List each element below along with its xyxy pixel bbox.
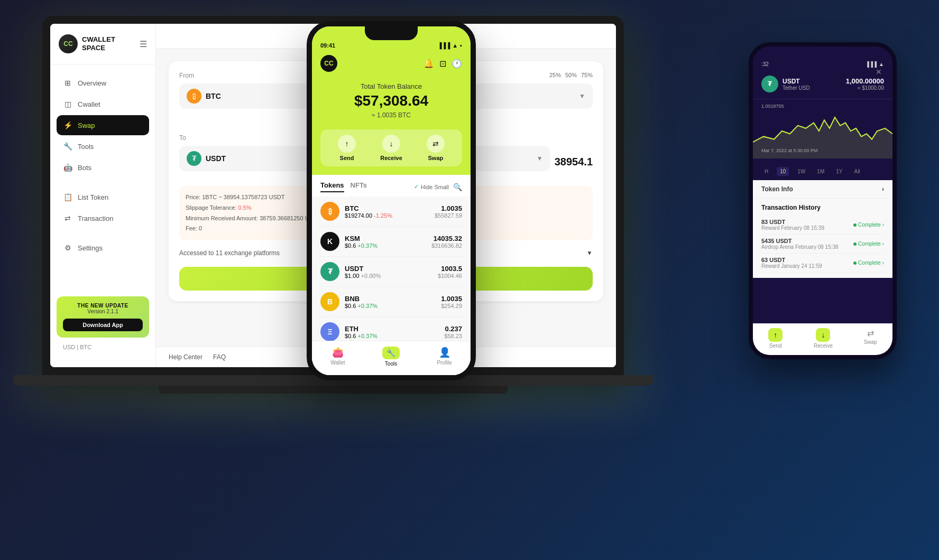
status-time: 09:41 (320, 42, 335, 49)
time-1m[interactable]: 1M (814, 167, 827, 176)
wallet-header: CC 🔔 ⊡ 🕐 Total Token Balance $57,308.64 … (312, 51, 471, 175)
token-info-row[interactable]: Token Info › (753, 180, 892, 199)
bnb-symbol: BNB (345, 295, 441, 303)
exchange-expand-icon[interactable]: ▼ (586, 249, 593, 257)
phone-secondary: :32 ▐▐▐ ▲ ₮ USDT Tether USD 1,000.00000 … (749, 42, 897, 359)
sidebar-item-bots[interactable]: 🤖 Bots (57, 157, 149, 178)
ksm-amounts: 14035.32 $316636.82 (431, 235, 462, 249)
p2-send-icon-bg: ↑ (768, 328, 782, 342)
p2-token-amount: 1,000.00000 (846, 77, 884, 85)
receive-icon: ↓ (382, 135, 400, 153)
sidebar-item-list-token[interactable]: 📋 List Token (57, 187, 149, 207)
balance-title: Total Token Balance (320, 82, 462, 90)
search-icon[interactable]: 🔍 (453, 183, 462, 191)
profile-nav-item[interactable]: 👤 Profile (437, 347, 452, 367)
bnb-amount: 1.0035 (441, 295, 462, 303)
bots-icon: 🤖 (63, 163, 72, 172)
sidebar-item-overview[interactable]: ⊞ Overview (57, 73, 149, 93)
sidebar-settings-label: Settings (78, 244, 103, 252)
tx-desc-1: Reward February 08 15:39 (761, 225, 824, 231)
time-all[interactable]: All (851, 167, 863, 176)
sidebar-item-swap[interactable]: ⚡ Swap (57, 115, 149, 135)
p2-token-name: USDT (782, 78, 810, 85)
sidebar-transaction-label: Transaction (78, 214, 113, 222)
bnb-info: BNB $0.6 +0.37% (345, 295, 441, 309)
sidebar-nav: ⊞ Overview ◫ Cwallet ⚡ Swap 🔧 Tools (50, 73, 155, 290)
scan-icon[interactable]: ⊡ (439, 59, 446, 69)
time-1y[interactable]: 1Y (833, 167, 845, 176)
percent-75[interactable]: 75% (581, 72, 593, 79)
sidebar-bots-label: Bots (78, 164, 91, 172)
clock-icon[interactable]: 🕐 (452, 59, 462, 69)
tx-item-3[interactable]: 63 USDT Reward January 24 11:59 Complete… (761, 254, 884, 273)
receive-action-button[interactable]: ↓ Receive (380, 135, 402, 161)
sidebar-tools-label: Tools (78, 143, 94, 151)
tx-status-1: Complete › (853, 222, 884, 228)
send-label: Send (340, 155, 354, 161)
time-10[interactable]: 10 (777, 167, 789, 176)
percent-options: 25% 50% 75% (549, 72, 593, 79)
logo-text: CWALLET SPACE (82, 35, 115, 52)
hide-small-label: Hide Small (421, 184, 449, 190)
p2-receive-button[interactable]: ↓ Receive (814, 328, 833, 349)
ksm-amount: 14035.32 (431, 235, 462, 242)
update-version: Version 2.1.1 (63, 309, 143, 314)
token-usdt-row[interactable]: ₮ USDT $1.00 +0.00% 1003.5 $1004.46 (316, 257, 466, 287)
chart-area: 1.0018755 Mar 7, 2022 at 5:30:00 PM (753, 99, 892, 163)
phone-main: 09:41 ▐▐▐ ▲ ▪ CC 🔔 ⊡ 🕐 Total Token Balan… (307, 21, 476, 380)
p2-token-full: Tether USD (782, 85, 810, 91)
usdt-info: USDT $1.00 +0.00% (345, 265, 438, 279)
notification-icon[interactable]: 🔔 (424, 59, 434, 69)
tokens-tab[interactable]: Tokens (320, 181, 344, 192)
time-1w[interactable]: 1W (794, 167, 808, 176)
download-app-button[interactable]: Download App (63, 319, 143, 331)
sidebar-item-cwallet[interactable]: ◫ Cwallet (57, 94, 149, 114)
list-token-icon: 📋 (63, 192, 72, 202)
help-center-link[interactable]: Help Center (169, 353, 202, 361)
exchange-text: Accessed to 11 exchange platforms (179, 249, 280, 257)
balance-btc: ≈ 1.0035 BTC (320, 111, 462, 119)
nfts-tab[interactable]: NFTs (351, 181, 367, 192)
ksm-symbol: KSM (345, 235, 431, 242)
btc-amount: 1.0035 (435, 204, 462, 212)
percent-25[interactable]: 25% (549, 72, 561, 79)
status-dot-3 (853, 262, 857, 265)
profile-nav-label: Profile (437, 360, 452, 366)
usdt-symbol: USDT (345, 265, 438, 273)
settings-icon: ⚙ (63, 243, 72, 253)
tools-nav-item[interactable]: 🔧 Tools (382, 347, 400, 367)
p2-receive-icon: ↓ (821, 331, 825, 339)
sidebar-item-tools[interactable]: 🔧 Tools (57, 136, 149, 156)
p2-send-icon: ↑ (774, 331, 777, 339)
send-action-button[interactable]: ↑ Send (338, 135, 356, 161)
to-chevron-icon: ▼ (537, 155, 543, 162)
token-btc-row[interactable]: ₿ BTC $19274.00 -1.25% 1.0035 $55827.59 (316, 197, 466, 227)
swap-action-button[interactable]: ⇄ Swap (427, 135, 445, 161)
token-ksm-row[interactable]: K KSM $0.6 +0.37% 14035.32 $316636.82 (316, 227, 466, 257)
p2-signal-icon: ▐▐▐ (866, 61, 877, 67)
logo-letters: CC (63, 40, 72, 48)
p2-wifi-icon: ▲ (879, 61, 884, 67)
percent-50[interactable]: 50% (565, 72, 577, 79)
eth-amount: 0.237 (444, 325, 462, 333)
tools-nav-label: Tools (385, 361, 397, 367)
transaction-icon: ⇄ (63, 213, 72, 223)
close-button[interactable]: ✕ (876, 68, 882, 76)
token-bnb-row[interactable]: B BNB $0.6 +0.37% 1.0035 $254.29 (316, 287, 466, 317)
sidebar-item-transaction[interactable]: ⇄ Transaction (57, 208, 149, 228)
p2-swap-button[interactable]: ⇄ Swap (864, 328, 877, 349)
bnb-token-icon: B (320, 292, 339, 311)
receive-label: Receive (380, 155, 402, 161)
p2-send-button[interactable]: ↑ Send (768, 328, 782, 349)
status-dot-2 (853, 242, 857, 246)
hide-small-toggle[interactable]: ✓ Hide Small (414, 183, 449, 190)
tx-item-2[interactable]: 5435 USDT Airdrop Arena February 08 15:3… (761, 235, 884, 254)
balance-amount: $57,308.64 (320, 92, 462, 109)
tx-item-1[interactable]: 83 USDT Reward February 08 15:39 Complet… (761, 216, 884, 235)
battery-icon: ▪ (460, 42, 462, 49)
time-h[interactable]: H (761, 167, 771, 176)
hamburger-icon[interactable]: ☰ (140, 39, 147, 49)
wallet-nav-item[interactable]: 👛 Wallet (330, 347, 345, 367)
faq-link[interactable]: FAQ (213, 353, 226, 361)
sidebar-item-settings[interactable]: ⚙ Settings (57, 238, 149, 258)
